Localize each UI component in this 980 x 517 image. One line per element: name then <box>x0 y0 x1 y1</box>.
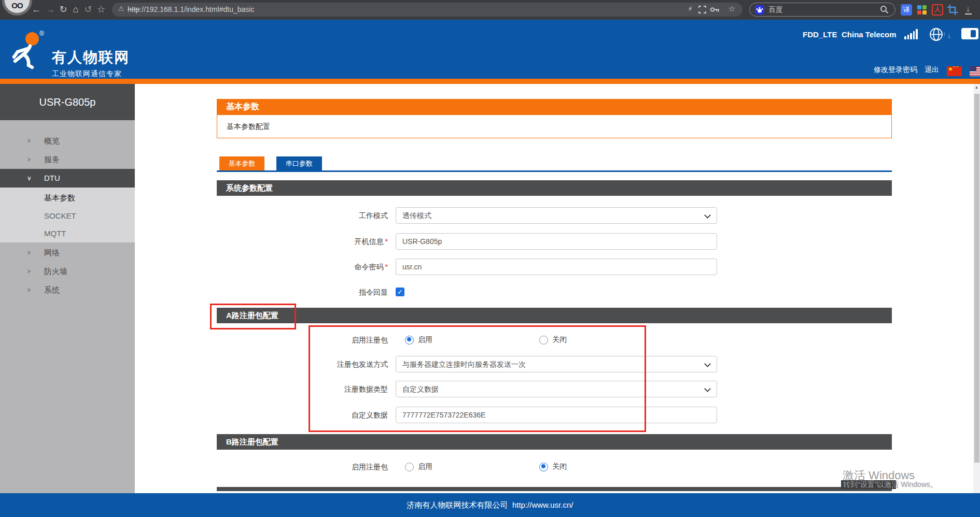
browser-tab-avatar[interactable]: OO <box>2 0 32 16</box>
usa-flag-icon[interactable] <box>970 66 980 76</box>
chevron-right-icon: > <box>27 243 31 262</box>
radio-checked-icon[interactable] <box>405 336 414 344</box>
globe-network-icon <box>929 27 943 41</box>
cmd-echo-checkbox[interactable]: ✓ <box>396 288 404 296</box>
tab-basic-params[interactable]: 基本参数 <box>219 156 264 170</box>
brand-slogan: 工业物联网通信专家 <box>52 69 122 79</box>
boot-info-input[interactable] <box>396 233 717 250</box>
form-row-a-reg-enable: 启用注册包 启用 关闭 <box>217 332 717 348</box>
cmd-password-input[interactable] <box>396 258 717 275</box>
b-reg-disable-option[interactable]: 关闭 <box>539 458 567 475</box>
brand-title: 有人物联网 <box>52 48 130 67</box>
form-row-cmd-password: 命令密码* <box>217 258 717 275</box>
change-password-link[interactable]: 修改登录密码 <box>874 65 917 75</box>
form-row-cmd-echo: 指令回显 ✓ <box>217 284 717 300</box>
a-custom-data-label: 自定义数据 <box>217 407 388 423</box>
sidebar-item-firewall[interactable]: > 防火墙 <box>0 262 135 281</box>
a-custom-data-input[interactable] <box>396 407 717 423</box>
address-bar[interactable]: ⚠ http://192.168.1.1/index.html#dtu_basi… <box>112 3 743 17</box>
search-box[interactable]: 百度 <box>749 3 895 17</box>
china-flag-icon[interactable]: ★ ★ ★ <box>947 66 962 76</box>
download-icon[interactable]: ↓ <box>962 4 974 16</box>
carrier-name: China Telecom <box>842 30 897 39</box>
section-b-registration: B路注册包配置 <box>217 434 892 450</box>
lightning-icon[interactable]: ⚡ <box>688 5 693 13</box>
a-data-type-label: 注册数据类型 <box>217 381 388 397</box>
orange-divider <box>0 79 980 84</box>
chevron-right-icon: > <box>27 150 31 169</box>
tab-serial-params[interactable]: 串口参数 <box>276 156 322 170</box>
tab-underline <box>217 170 892 172</box>
undo-icon[interactable]: ↺ <box>81 3 95 16</box>
work-mode-label: 工作模式 <box>217 207 388 224</box>
translate-extension-icon[interactable]: 译 <box>901 4 912 16</box>
logout-link[interactable]: 退出 <box>925 65 939 75</box>
a-send-mode-select[interactable]: 与服务器建立连接时向服务器发送一次 <box>396 356 717 372</box>
a-reg-enable-label: 启用注册包 <box>217 332 388 348</box>
boot-info-label: 开机信息* <box>217 233 388 250</box>
page-title-bar: 基本参数 <box>217 99 892 114</box>
radio-checked-icon[interactable] <box>539 463 548 471</box>
back-icon[interactable]: ← <box>30 3 43 16</box>
required-mark: * <box>385 237 388 246</box>
home-icon[interactable]: ⌂ <box>69 3 82 16</box>
sidebar-subitem-basic-params[interactable]: 基本参数 <box>44 189 75 207</box>
a-reg-disable-option[interactable]: 关闭 <box>539 332 567 348</box>
url-scheme: http <box>128 5 139 13</box>
glasses-icon: OO <box>5 1 30 10</box>
windows-activation-watermark-line2: 转到“设置”以激活 Windows。 <box>843 480 937 490</box>
screen: OO ← → ↻ ⌂ ↺ ☆ ⚠ http://192.168.1.1/inde… <box>0 0 980 517</box>
capture-frame-icon[interactable] <box>698 6 706 13</box>
url-text[interactable]: http://192.168.1.1/index.html#dtu_basic <box>128 5 254 13</box>
form-row-a-custom-data: 自定义数据 <box>217 407 717 423</box>
sidebar-item-dtu[interactable]: ∨ DTU <box>0 169 135 188</box>
scrollbar-thumb[interactable] <box>974 94 979 463</box>
chevron-right-icon: > <box>27 262 31 281</box>
page-bookmark-star-icon[interactable]: ☆ <box>729 4 735 13</box>
trademark-mark: ® <box>39 30 44 37</box>
a-data-type-select[interactable]: 自定义数据 <box>396 381 717 397</box>
sim-card-icon <box>961 28 978 39</box>
cmd-password-label: 命令密码* <box>217 258 388 275</box>
sidebar-item-network[interactable]: > 网络 <box>0 243 135 262</box>
reload-icon[interactable]: ↻ <box>57 3 70 16</box>
bookmark-star-icon[interactable]: ☆ <box>94 3 108 16</box>
sidebar-item-system[interactable]: > 系统 <box>0 281 135 299</box>
traffic-down-icon: ↓ <box>947 32 951 39</box>
baidu-paw-icon <box>755 5 764 15</box>
radio-unchecked-icon[interactable] <box>539 336 548 344</box>
crop-extension-icon[interactable] <box>947 4 958 16</box>
key-icon[interactable] <box>710 6 720 13</box>
form-row-b-reg-enable: 启用注册包 启用 关闭 <box>217 458 717 475</box>
scrollbar-up-icon[interactable]: ▲ <box>973 85 980 90</box>
form-row-work-mode: 工作模式 透传模式 <box>217 207 717 224</box>
chevron-right-icon: > <box>27 132 31 150</box>
sidebar-item-services[interactable]: > 服务 <box>0 150 135 169</box>
radio-unchecked-icon[interactable] <box>405 463 414 471</box>
a-send-mode-label: 注册包发送方式 <box>217 356 388 372</box>
browser-toolbar: OO ← → ↻ ⌂ ↺ ☆ ⚠ http://192.168.1.1/inde… <box>0 0 980 20</box>
forward-icon[interactable]: → <box>44 3 57 16</box>
form-row-a-send-mode: 注册包发送方式 与服务器建立连接时向服务器发送一次 <box>217 356 717 372</box>
network-type: FDD_LTE <box>803 30 837 39</box>
site-header: ® 有人物联网 工业物联网通信专家 FDD_LTE China Telecom … <box>0 20 980 79</box>
sidebar-item-overview[interactable]: > 概览 <box>0 132 135 150</box>
sidebar-subitem-socket[interactable]: SOCKET <box>44 207 76 225</box>
b-reg-enable-option[interactable]: 启用 <box>405 458 432 475</box>
form-row-boot-info: 开机信息* <box>217 233 717 250</box>
b-reg-enable-label: 启用注册包 <box>217 458 388 475</box>
sidebar-subitem-mqtt[interactable]: MQTT <box>44 224 66 242</box>
footer-url[interactable]: http://www.usr.cn/ <box>512 500 573 509</box>
apps-grid-extension-icon[interactable] <box>916 4 928 16</box>
a-reg-enable-option[interactable]: 启用 <box>405 332 432 348</box>
traffic-up-icon: ↑ <box>943 30 946 38</box>
pdf-extension-icon[interactable]: 人 <box>932 4 943 16</box>
chevron-right-icon: > <box>27 281 31 299</box>
chevron-down-icon: ∨ <box>27 169 32 188</box>
section-system-params: 系统参数配置 <box>217 180 892 196</box>
form-row-a-data-type: 注册数据类型 自定义数据 <box>217 381 717 397</box>
search-engine-label: 百度 <box>768 5 783 15</box>
work-mode-select[interactable]: 透传模式 <box>396 207 717 224</box>
search-icon[interactable] <box>880 5 889 14</box>
signal-strength-icon <box>904 29 918 39</box>
